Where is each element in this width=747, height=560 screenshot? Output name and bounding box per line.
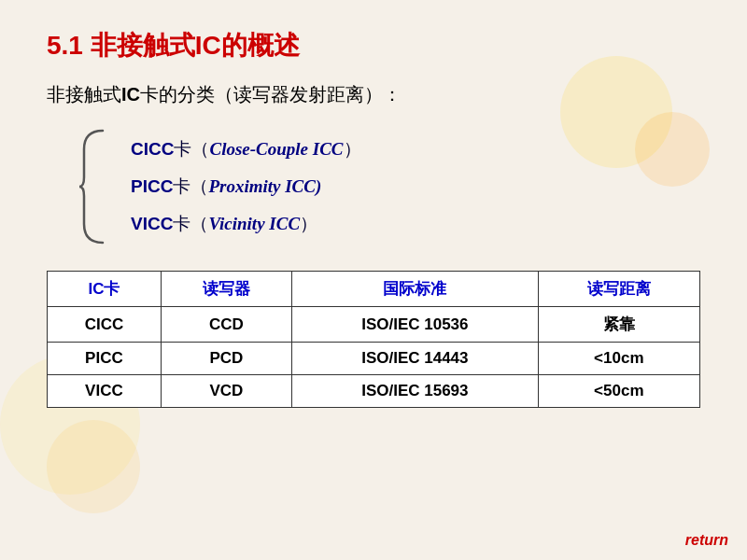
picc-distance-cell: <10cm bbox=[538, 343, 699, 375]
col-ic-card: IC卡 bbox=[48, 272, 162, 307]
cicc-distance-cell: 紧靠 bbox=[538, 307, 699, 343]
col-reader: 读写器 bbox=[161, 272, 291, 307]
vicc-label: 卡（ bbox=[173, 214, 208, 233]
picc-reader-cell: PCD bbox=[161, 343, 291, 375]
brace-container bbox=[75, 126, 112, 247]
col-standard: 国际标准 bbox=[292, 272, 539, 307]
cicc-card-type: CICC bbox=[131, 139, 174, 159]
vicc-standard-cell: ISO/IEC 15693 bbox=[292, 375, 539, 408]
table-row-picc: PICC PCD ISO/IEC 14443 <10cm bbox=[48, 343, 700, 375]
cicc-reader-cell: CCD bbox=[161, 307, 291, 343]
card-type-items: CICC卡（Close-Couple ICC） PICC卡（Proximity … bbox=[131, 126, 361, 247]
col-distance: 读写距离 bbox=[538, 272, 699, 307]
page-title: 5.1 非接触式IC的概述 bbox=[47, 28, 700, 63]
subtitle-prefix: 非接触式 bbox=[47, 84, 121, 105]
table-header-row: IC卡 读写器 国际标准 读写距离 bbox=[48, 272, 700, 307]
vicc-suffix: ） bbox=[300, 214, 317, 233]
picc-standard-cell: ISO/IEC 14443 bbox=[292, 343, 539, 375]
return-link[interactable]: return bbox=[685, 532, 728, 549]
subtitle: 非接触式IC卡的分类（读写器发射距离）： bbox=[47, 82, 700, 107]
cicc-suffix: ） bbox=[344, 139, 361, 159]
subtitle-suffix: 卡的分类（读写器发射距离）： bbox=[140, 84, 402, 105]
ic-table-wrapper: IC卡 读写器 国际标准 读写距离 CICC CCD ISO/IEC 10536… bbox=[47, 271, 700, 408]
table-row-vicc: VICC VCD ISO/IEC 15693 <50cm bbox=[48, 375, 700, 408]
left-brace-icon bbox=[75, 126, 112, 247]
cicc-icc-name: Close-Couple ICC bbox=[209, 139, 343, 159]
vicc-distance-cell: <50cm bbox=[538, 375, 699, 408]
vicc-card-type: VICC bbox=[131, 214, 173, 233]
main-content: 5.1 非接触式IC的概述 非接触式IC卡的分类（读写器发射距离）： CICC卡… bbox=[0, 0, 747, 436]
card-type-list: CICC卡（Close-Couple ICC） PICC卡（Proximity … bbox=[75, 126, 700, 247]
picc-card-type: PICC bbox=[131, 176, 173, 196]
picc-label: 卡（ bbox=[173, 176, 208, 196]
cicc-name-cell: CICC bbox=[48, 307, 162, 343]
table-row-cicc: CICC CCD ISO/IEC 10536 紧靠 bbox=[48, 307, 700, 343]
list-item-picc: PICC卡（Proximity ICC) bbox=[131, 169, 361, 204]
cicc-standard-cell: ISO/IEC 10536 bbox=[292, 307, 539, 343]
picc-name-cell: PICC bbox=[48, 343, 162, 375]
picc-icc-name: Proximity ICC) bbox=[208, 176, 321, 196]
list-item-vicc: VICC卡（Vicinity ICC） bbox=[131, 206, 361, 242]
vicc-name-cell: VICC bbox=[48, 375, 162, 408]
list-item-cicc: CICC卡（Close-Couple ICC） bbox=[131, 132, 361, 167]
cicc-label: 卡（ bbox=[174, 139, 209, 159]
subtitle-bold: IC bbox=[121, 84, 140, 105]
ic-table: IC卡 读写器 国际标准 读写距离 CICC CCD ISO/IEC 10536… bbox=[47, 271, 700, 408]
vicc-icc-name: Vicinity ICC bbox=[208, 214, 300, 233]
vicc-reader-cell: VCD bbox=[161, 375, 291, 408]
